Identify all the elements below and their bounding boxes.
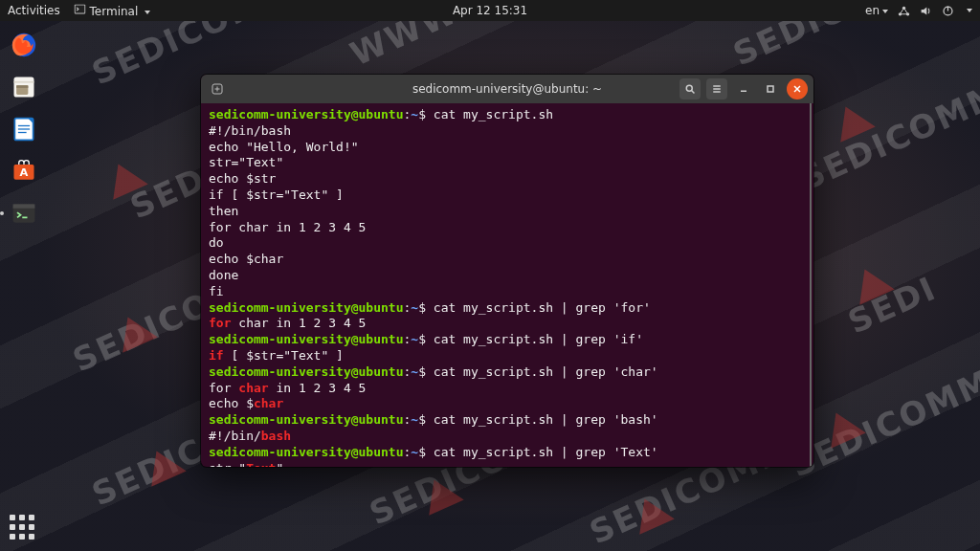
terminal-content[interactable]: sedicomm-university@ubuntu:~$ cat my_scr… — [201, 103, 812, 467]
power-icon[interactable] — [942, 5, 954, 17]
svg-rect-9 — [14, 81, 34, 83]
minimize-button[interactable] — [733, 78, 754, 99]
window-title: sedicomm-university@ubuntu: ~ — [412, 82, 602, 96]
clock[interactable]: Apr 12 15:31 — [453, 4, 527, 17]
launcher-files[interactable] — [6, 69, 42, 105]
firefox-icon — [10, 31, 38, 59]
launcher-libreoffice-writer[interactable] — [6, 111, 42, 147]
gnome-topbar: Activities Terminal Apr 12 15:31 en — [0, 0, 980, 21]
terminal-icon — [74, 3, 86, 15]
language-indicator[interactable]: en — [865, 4, 888, 17]
svg-rect-32 — [768, 86, 773, 92]
terminal-window: sedicomm-university@ubuntu: ~ sedicomm-u… — [201, 75, 813, 467]
network-icon[interactable] — [898, 5, 910, 17]
app-menu[interactable]: Terminal — [74, 3, 150, 18]
chevron-down-icon — [882, 10, 888, 13]
terminal-titlebar[interactable]: sedicomm-university@ubuntu: ~ — [201, 75, 813, 103]
close-button[interactable] — [787, 78, 808, 99]
new-tab-button[interactable] — [207, 78, 228, 99]
maximize-button[interactable] — [760, 78, 781, 99]
minimize-icon — [738, 83, 749, 95]
chevron-down-icon — [145, 11, 150, 14]
search-icon — [684, 83, 696, 95]
svg-line-27 — [692, 91, 695, 94]
volume-icon[interactable] — [920, 5, 932, 17]
svg-rect-1 — [75, 5, 84, 12]
writer-icon — [11, 116, 37, 143]
svg-rect-11 — [16, 85, 28, 88]
svg-rect-21 — [13, 204, 35, 208]
chevron-down-icon — [967, 9, 972, 12]
activities-button[interactable]: Activities — [8, 4, 60, 17]
search-button[interactable] — [679, 78, 701, 99]
files-icon — [11, 74, 37, 100]
terminal-icon — [11, 200, 37, 227]
maximize-icon — [765, 83, 776, 95]
launcher-ubuntu-software[interactable]: A — [6, 153, 42, 189]
svg-text:A: A — [20, 165, 29, 179]
software-icon: A — [11, 158, 37, 185]
close-icon — [791, 83, 803, 95]
dock: A — [0, 21, 48, 551]
plus-icon — [212, 83, 223, 95]
hamburger-icon — [711, 83, 723, 95]
launcher-firefox[interactable] — [6, 27, 42, 63]
svg-point-26 — [686, 85, 692, 91]
menu-button[interactable] — [706, 78, 727, 99]
launcher-terminal[interactable] — [6, 195, 42, 231]
